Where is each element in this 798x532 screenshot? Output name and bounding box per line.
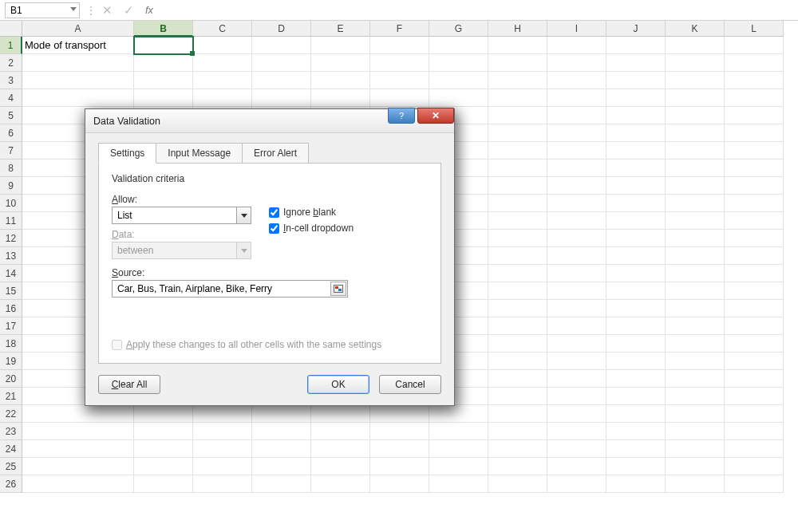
cell-H21[interactable] [488,388,547,405]
cell-J1[interactable] [606,37,666,54]
row-header-12[interactable]: 12 [0,230,22,247]
cell-L15[interactable] [725,282,784,300]
cell-K7[interactable] [666,142,725,160]
help-button[interactable]: ? [388,108,415,124]
column-header-F[interactable]: F [370,21,429,37]
cell-F3[interactable] [370,72,429,89]
cell-E3[interactable] [311,72,370,89]
cell-A4[interactable] [22,89,134,107]
cell-A25[interactable] [22,458,134,475]
cell-B1[interactable] [134,37,193,54]
row-header-5[interactable]: 5 [0,107,22,124]
cell-L25[interactable] [725,458,784,475]
cell-I17[interactable] [547,317,606,335]
cell-H24[interactable] [488,440,547,458]
cell-I20[interactable] [547,370,606,388]
row-header-6[interactable]: 6 [0,124,22,142]
cell-L23[interactable] [725,423,784,440]
cell-F26[interactable] [370,475,429,493]
cell-K6[interactable] [666,124,725,142]
clear-all-button[interactable]: Clear All [98,375,160,394]
cell-L6[interactable] [725,124,784,142]
cell-L19[interactable] [725,353,784,370]
cell-G25[interactable] [429,458,488,475]
cell-C26[interactable] [193,475,252,493]
cell-I5[interactable] [547,107,606,124]
cell-E2[interactable] [311,54,370,72]
range-selector-button[interactable] [330,282,346,296]
cell-L9[interactable] [725,177,784,195]
cell-E23[interactable] [311,423,370,440]
cell-K23[interactable] [666,423,725,440]
ignore-blank-checkbox[interactable]: Ignore blank [269,207,354,218]
cell-L11[interactable] [725,212,784,230]
row-header-19[interactable]: 19 [0,353,22,370]
cell-L5[interactable] [725,107,784,124]
row-header-23[interactable]: 23 [0,423,22,440]
cell-A3[interactable] [22,72,134,89]
column-header-B[interactable]: B [134,21,193,37]
cell-B24[interactable] [134,440,193,458]
cell-C24[interactable] [193,440,252,458]
cell-J25[interactable] [606,458,666,475]
cell-A23[interactable] [22,423,134,440]
cell-I12[interactable] [547,230,606,247]
cell-D23[interactable] [252,423,311,440]
cell-F25[interactable] [370,458,429,475]
cell-J14[interactable] [606,265,666,282]
row-header-7[interactable]: 7 [0,142,22,160]
cell-J11[interactable] [606,212,666,230]
cell-K21[interactable] [666,388,725,405]
row-header-16[interactable]: 16 [0,300,22,317]
cell-H13[interactable] [488,247,547,265]
column-header-D[interactable]: D [252,21,311,37]
row-header-9[interactable]: 9 [0,177,22,195]
cell-L21[interactable] [725,388,784,405]
cell-F2[interactable] [370,54,429,72]
row-header-3[interactable]: 3 [0,72,22,89]
cell-K22[interactable] [666,405,725,423]
cell-J22[interactable] [606,405,666,423]
row-header-11[interactable]: 11 [0,212,22,230]
row-header-26[interactable]: 26 [0,475,22,493]
fx-icon[interactable]: fx [145,4,153,16]
cell-K1[interactable] [666,37,725,54]
cell-I4[interactable] [547,89,606,107]
cell-I13[interactable] [547,247,606,265]
cell-H10[interactable] [488,195,547,212]
cell-L2[interactable] [725,54,784,72]
cell-I21[interactable] [547,388,606,405]
cell-C23[interactable] [193,423,252,440]
row-header-18[interactable]: 18 [0,335,22,353]
row-header-21[interactable]: 21 [0,388,22,405]
cell-L3[interactable] [725,72,784,89]
cell-L13[interactable] [725,247,784,265]
cell-I25[interactable] [547,458,606,475]
column-header-L[interactable]: L [725,21,784,37]
cell-L7[interactable] [725,142,784,160]
cell-L20[interactable] [725,370,784,388]
cell-H16[interactable] [488,300,547,317]
cell-I2[interactable] [547,54,606,72]
cell-J7[interactable] [606,142,666,160]
cell-D24[interactable] [252,440,311,458]
cell-D4[interactable] [252,89,311,107]
cell-I24[interactable] [547,440,606,458]
cell-G23[interactable] [429,423,488,440]
column-header-J[interactable]: J [606,21,666,37]
cell-J21[interactable] [606,388,666,405]
cell-K18[interactable] [666,335,725,353]
row-header-4[interactable]: 4 [0,89,22,107]
tab-input-message[interactable]: Input Message [156,143,243,164]
cell-I10[interactable] [547,195,606,212]
cell-C1[interactable] [193,37,252,54]
cell-K14[interactable] [666,265,725,282]
in-cell-dropdown-checkbox[interactable]: In-cell dropdown [269,223,354,234]
cell-E1[interactable] [311,37,370,54]
cell-H18[interactable] [488,335,547,353]
cell-F1[interactable] [370,37,429,54]
cell-G24[interactable] [429,440,488,458]
cell-A26[interactable] [22,475,134,493]
cell-H17[interactable] [488,317,547,335]
row-header-22[interactable]: 22 [0,405,22,423]
